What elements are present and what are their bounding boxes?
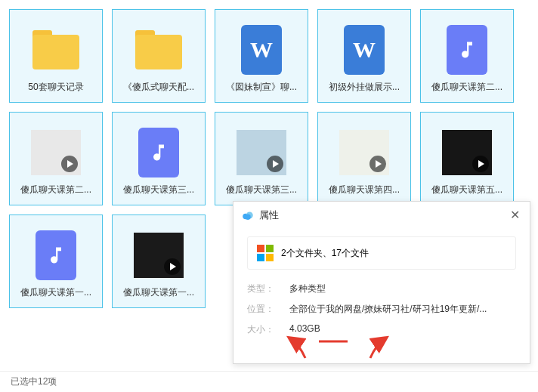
summary-text: 2个文件夹、17个文件 <box>281 247 369 260</box>
file-item[interactable]: 傻瓜聊天课第一... <box>9 215 103 308</box>
file-label: 初级外挂做展示... <box>318 75 410 94</box>
file-label: 傻瓜聊天课第三... <box>215 177 308 196</box>
status-text: 已选中12项 <box>11 375 57 388</box>
play-icon <box>164 258 181 275</box>
prop-key: 位置： <box>247 303 289 316</box>
thumbnail <box>134 128 184 177</box>
prop-value: 多种类型 <box>289 282 516 295</box>
file-label: 傻瓜聊天课第五... <box>421 177 513 196</box>
file-label: 傻瓜聊天课第二... <box>421 75 513 94</box>
prop-key: 大小： <box>247 323 289 336</box>
play-icon <box>267 156 283 172</box>
video-thumbnail <box>442 130 492 175</box>
files-icon <box>257 245 274 261</box>
panel-title: 属性 <box>259 208 279 222</box>
file-label: 傻瓜聊天课第一... <box>113 280 205 299</box>
prop-value: 4.03GB <box>289 323 516 336</box>
file-item[interactable]: 傻瓜聊天课第三... <box>215 112 308 205</box>
cloud-icon <box>241 208 255 222</box>
status-bar: 已选中12项 <box>0 371 538 392</box>
panel-body: 2个文件夹、17个文件 类型：多种类型位置：全部位于我的网盘/撩妹研习社/研习社… <box>233 229 530 347</box>
file-label: 《囡妹制宣》聊... <box>215 75 308 94</box>
file-item[interactable]: 傻瓜聊天课第二... <box>420 9 514 103</box>
video-thumbnail <box>31 130 81 175</box>
file-label: 傻瓜聊天课第四... <box>318 177 410 196</box>
file-item[interactable]: 傻瓜聊天课第三... <box>112 112 206 205</box>
play-icon <box>61 156 78 172</box>
audio-icon <box>36 230 76 280</box>
close-icon[interactable]: ✕ <box>507 208 522 223</box>
file-item[interactable]: 50套聊天记录 <box>9 9 103 103</box>
thumbnail <box>134 25 184 75</box>
prop-key: 类型： <box>247 282 289 295</box>
prop-rows: 类型：多种类型位置：全部位于我的网盘/撩妹研习社/研习社19年更新/...大小：… <box>247 279 516 340</box>
thumbnail <box>442 128 492 177</box>
thumbnail: W <box>237 25 286 75</box>
prop-row: 类型：多种类型 <box>247 279 516 299</box>
file-item[interactable]: 《傻瓜式聊天配... <box>112 9 206 103</box>
file-label: 傻瓜聊天课第二... <box>10 177 102 196</box>
folder-icon <box>135 30 182 69</box>
audio-icon <box>138 128 179 177</box>
thumbnail <box>134 230 184 280</box>
video-thumbnail <box>339 130 389 175</box>
thumbnail <box>237 128 286 177</box>
file-label: 《傻瓜式聊天配... <box>113 75 205 94</box>
prop-row: 大小：4.03GB <box>247 319 516 340</box>
folder-icon <box>32 30 79 69</box>
play-icon <box>369 156 386 172</box>
thumbnail <box>31 128 81 177</box>
video-thumbnail <box>237 130 286 175</box>
file-label: 傻瓜聊天课第三... <box>113 177 205 196</box>
file-item[interactable]: W《囡妹制宣》聊... <box>215 9 308 103</box>
prop-row: 位置：全部位于我的网盘/撩妹研习社/研习社19年更新/... <box>247 299 516 319</box>
panel-header: 属性 ✕ <box>233 202 530 229</box>
file-item[interactable]: W初级外挂做展示... <box>317 9 411 103</box>
file-label: 傻瓜聊天课第一... <box>10 280 102 299</box>
thumbnail <box>339 128 389 177</box>
properties-panel: 属性 ✕ 2个文件夹、17个文件 类型：多种类型位置：全部位于我的网盘/撩妹研习… <box>233 201 530 364</box>
word-icon: W <box>241 25 282 75</box>
prop-value: 全部位于我的网盘/撩妹研习社/研习社19年更新/... <box>289 303 516 316</box>
video-thumbnail <box>134 233 184 278</box>
file-label: 50套聊天记录 <box>10 75 102 94</box>
thumbnail <box>31 25 81 75</box>
play-icon <box>472 156 489 172</box>
thumbnail <box>31 230 81 280</box>
file-item[interactable]: 傻瓜聊天课第一... <box>112 215 206 308</box>
svg-point-2 <box>245 214 251 220</box>
word-icon: W <box>344 25 385 75</box>
thumbnail: W <box>339 25 389 75</box>
summary-row: 2个文件夹、17个文件 <box>247 236 516 270</box>
file-item[interactable]: 傻瓜聊天课第二... <box>9 112 103 205</box>
thumbnail <box>442 25 492 75</box>
file-item[interactable]: 傻瓜聊天课第四... <box>317 112 411 205</box>
file-item[interactable]: 傻瓜聊天课第五... <box>420 112 514 205</box>
audio-icon <box>447 25 487 75</box>
